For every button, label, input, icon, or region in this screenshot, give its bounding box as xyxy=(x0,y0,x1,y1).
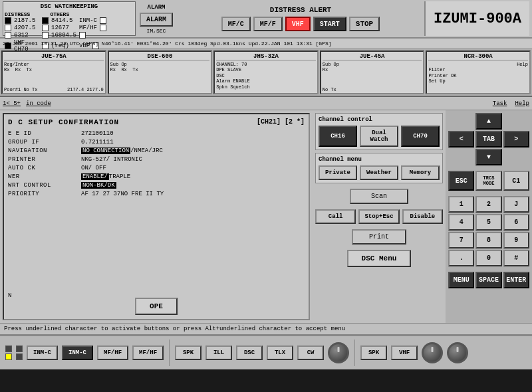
number-pad: 1 2 J 4 5 6 7 8 9 . 0 # xyxy=(448,196,529,266)
print-row: Print xyxy=(315,229,443,245)
imsec-label: IM,SEC xyxy=(147,28,166,34)
kp-4[interactable]: 4 xyxy=(448,214,474,231)
setup-label-eeid: E E ID xyxy=(8,130,81,137)
kp-9[interactable]: 9 xyxy=(503,232,529,248)
distress-vhf-button[interactable]: VHF xyxy=(285,17,311,31)
wk-check-6[interactable] xyxy=(42,32,49,39)
kp-c1[interactable]: C1 xyxy=(503,171,529,191)
channel-window-jue75a[interactable]: JUE-75A Reg/InterRx Rx Tx Poor#1 No Tx 2… xyxy=(1,50,106,94)
kp-1[interactable]: 1 xyxy=(448,196,474,213)
keypad-panel: ▲ < TAB > ▼ ESC TRCSMODE C1 1 2 J 4 5 6 … xyxy=(446,110,532,323)
cw-content-4: Sub OpRx xyxy=(323,62,422,73)
kp-j[interactable]: J xyxy=(503,196,529,213)
wk-check-5[interactable] xyxy=(5,32,11,39)
toolbar-left: 1< 5+ in code xyxy=(3,100,51,107)
dsc-menu-button[interactable]: DSC Menu xyxy=(347,250,412,267)
wk-check-2[interactable] xyxy=(42,17,49,24)
ope-button[interactable]: OPE xyxy=(135,298,178,315)
kp-down[interactable]: ▼ xyxy=(475,149,501,165)
distress-start-button[interactable]: START xyxy=(313,17,346,31)
cw-footer-4: No Tx xyxy=(323,87,336,92)
alarm-button[interactable]: ALARM xyxy=(140,13,173,27)
channel-menu-buttons: Private Weather Memory xyxy=(319,165,440,180)
channel-window-jhs32a[interactable]: JHS-32A CHANNEL: 70DPE SLAVEDSCAlarm ENA… xyxy=(213,50,319,94)
channel-window-jue45a[interactable]: JUE-45A Sub OpRx No Tx xyxy=(320,50,425,94)
kp-tab[interactable]: TAB xyxy=(475,131,501,147)
bottom-ill-btn[interactable]: ILL xyxy=(205,345,232,360)
kp-5[interactable]: 5 xyxy=(475,214,501,231)
channel-window-ncr300a[interactable]: NCR-300A Help Filter Printer OK Set Up xyxy=(426,50,531,94)
setup-value-priority: AF 17 27 37NO FRE II TY xyxy=(81,191,164,197)
kp-8[interactable]: 8 xyxy=(475,232,501,248)
distress-col-header: DISTRESS xyxy=(5,11,30,17)
kp-menu[interactable]: MENU xyxy=(448,272,474,288)
kp-6[interactable]: 6 xyxy=(503,214,529,231)
toolbar-help[interactable]: Help xyxy=(515,100,529,107)
kp-up[interactable]: ▲ xyxy=(475,113,501,130)
knob-3[interactable] xyxy=(447,342,468,363)
kp-hash[interactable]: # xyxy=(503,250,529,266)
knob-2[interactable] xyxy=(422,342,443,363)
dual-watch-button[interactable]: Dual Watch xyxy=(360,126,398,147)
indicator-dot-1 xyxy=(5,345,12,352)
bottom-inmc-btn[interactable]: INM-C xyxy=(27,345,58,360)
cw-title-4: JUE-45A xyxy=(323,53,422,60)
channel-window-dse600[interactable]: DSE-600 Sub OpRx Rx Tx xyxy=(108,50,213,94)
bottom-cw-btn[interactable]: CW xyxy=(297,345,324,360)
memory-button[interactable]: Memory xyxy=(401,165,440,180)
setup-value-autock: ON/ OFF xyxy=(81,165,106,171)
kp-2[interactable]: 2 xyxy=(475,196,501,213)
stop-button[interactable]: STOP xyxy=(349,17,380,31)
kp-dot[interactable]: . xyxy=(448,250,474,266)
wk-check-others-1[interactable] xyxy=(100,17,106,24)
kp-trcs[interactable]: TRCSMODE xyxy=(475,171,501,191)
setup-row-printer: PRINTER NKG-527/ INTRONIC xyxy=(8,156,305,163)
kp-7[interactable]: 7 xyxy=(448,232,474,248)
bottom-dsc-btn[interactable]: DSC xyxy=(236,345,263,360)
distress-mfc-button[interactable]: MF/C xyxy=(221,17,251,31)
scan-button[interactable]: Scan xyxy=(350,189,408,204)
setup-value-nav: NO CONNECTION xyxy=(81,147,130,154)
kp-0[interactable]: 0 xyxy=(475,250,501,266)
knob-1[interactable] xyxy=(328,342,349,363)
toolbar-incode[interactable]: in code xyxy=(26,100,51,107)
ch70-button[interactable]: CH70 xyxy=(401,126,440,147)
bottom-vhf-btn[interactable]: VHF xyxy=(391,345,418,360)
toolbar-task[interactable]: Task xyxy=(493,100,507,107)
setup-row-nav: NAVIGATION NO CONNECTION /NMEA/JRC xyxy=(8,147,305,154)
setup-row-group: GROUP IF 0.7211111 xyxy=(8,139,305,146)
toolbar-right: Task Help xyxy=(493,100,529,107)
status-text: 22-JAN 2001 10:31 28 UTC [GPS] N46°16.41… xyxy=(3,41,331,47)
kp-right[interactable]: > xyxy=(503,131,529,147)
bottom-spk2-btn[interactable]: SPK xyxy=(360,345,387,360)
bottom-mfhf-btn-1[interactable]: MF/HF xyxy=(97,345,128,360)
kp-esc[interactable]: ESC xyxy=(448,171,474,191)
toolbar-1x5[interactable]: 1< 5+ xyxy=(3,100,21,107)
distress-alert-title: DISTRESS ALERT xyxy=(270,6,331,14)
stop-esc-button[interactable]: Stop+Esc xyxy=(358,209,399,224)
wk-check-1[interactable] xyxy=(5,17,11,24)
call-button[interactable]: Call xyxy=(315,209,356,224)
wk-code-1: 8414.5 xyxy=(51,17,76,24)
bottom-tlx-btn[interactable]: TLX xyxy=(267,345,293,360)
wk-freq-2: 4207.5 xyxy=(14,25,39,31)
bottom-mfhf-btn-2[interactable]: MF/HF xyxy=(132,345,164,360)
cw-content-2: Sub OpRx Rx Tx xyxy=(110,62,210,73)
wk-check-others-3[interactable] xyxy=(79,32,86,39)
ch16-button[interactable]: CH16 xyxy=(319,126,357,147)
kp-space[interactable]: SPACE xyxy=(475,272,501,288)
disable-button[interactable]: Disable xyxy=(402,209,443,224)
wk-check-4[interactable] xyxy=(42,25,49,31)
bottom-inmc-dark-btn[interactable]: INM-C xyxy=(62,345,93,360)
distress-mff-button[interactable]: MF/F xyxy=(253,17,283,31)
wk-check-3[interactable] xyxy=(5,25,11,31)
weather-button[interactable]: Weather xyxy=(360,165,398,180)
bottom-status: Press underlined character to activate b… xyxy=(0,323,532,335)
kp-left[interactable]: < xyxy=(448,131,474,147)
kp-enter[interactable]: ENTER xyxy=(503,272,529,288)
bottom-spk-btn[interactable]: SPK xyxy=(175,345,201,360)
private-button[interactable]: Private xyxy=(319,165,357,180)
print-button[interactable]: Print xyxy=(352,229,406,245)
cw-content-5: Help Filter Printer OK Set Up xyxy=(428,62,528,84)
wk-check-others-2[interactable] xyxy=(100,25,106,31)
